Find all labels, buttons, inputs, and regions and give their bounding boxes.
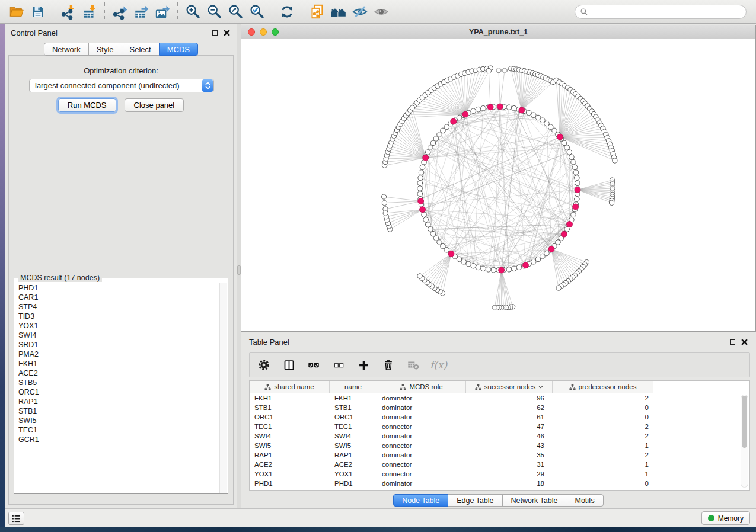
- zoom-fit-button[interactable]: [225, 2, 246, 22]
- table-cell[interactable]: 29: [466, 470, 553, 477]
- graph-node[interactable]: [382, 200, 387, 205]
- table-cell[interactable]: STB1: [250, 404, 330, 411]
- table-scrollbar[interactable]: [741, 395, 748, 488]
- tab-mcds[interactable]: MCDS: [159, 43, 198, 56]
- mcds-result-item[interactable]: PHD1: [15, 283, 219, 293]
- graph-node[interactable]: [420, 165, 425, 170]
- minimize-window-icon[interactable]: [260, 28, 267, 36]
- table-scrollbar-thumb[interactable]: [742, 396, 747, 448]
- table-cell[interactable]: 47: [466, 423, 553, 430]
- graph-node[interactable]: [527, 110, 532, 116]
- table-row[interactable]: YOX1YOX1connector291: [250, 469, 749, 479]
- graph-node[interactable]: [466, 261, 471, 267]
- column-header-MCDS-role[interactable]: MCDS role: [377, 381, 466, 393]
- tab-edge-table[interactable]: Edge Table: [448, 494, 502, 507]
- network-titlebar[interactable]: YPA_prune.txt_1: [241, 25, 755, 39]
- table-options-button[interactable]: [256, 356, 272, 374]
- mcds-result-item[interactable]: STP4: [15, 302, 219, 312]
- table-cell[interactable]: SWI5: [250, 442, 330, 449]
- table-cell[interactable]: 0: [553, 404, 653, 411]
- table-cell[interactable]: 62: [466, 404, 553, 411]
- save-session-button[interactable]: [27, 2, 49, 22]
- graph-node[interactable]: [564, 227, 570, 232]
- run-mcds-button[interactable]: Run MCDS: [58, 98, 116, 112]
- tab-node-table[interactable]: Node Table: [393, 494, 448, 507]
- graph-node[interactable]: [567, 150, 572, 155]
- mcds-result-item[interactable]: SRD1: [15, 340, 219, 350]
- table-cell[interactable]: 18: [466, 480, 553, 487]
- mcds-result-item[interactable]: SWI5: [15, 416, 219, 425]
- graph-node[interactable]: [418, 175, 423, 181]
- table-cell[interactable]: STB1: [330, 404, 377, 411]
- graph-node[interactable]: [419, 170, 424, 175]
- table-cell[interactable]: PHD1: [250, 480, 330, 487]
- graph-node[interactable]: [383, 211, 388, 216]
- refresh-layout-button[interactable]: [276, 2, 298, 22]
- table-cell[interactable]: connector: [377, 442, 466, 449]
- mcds-result-item[interactable]: RAP1: [15, 397, 219, 406]
- table-cell[interactable]: dominator: [377, 432, 466, 440]
- table-cell[interactable]: dominator: [377, 414, 466, 421]
- create-column-button[interactable]: [355, 356, 372, 374]
- graph-node[interactable]: [417, 186, 423, 191]
- select-all-button[interactable]: [305, 356, 322, 374]
- table-row[interactable]: FKH1FKH1dominator962: [250, 393, 749, 403]
- column-header-predecessor-nodes[interactable]: predecessor nodes: [553, 381, 653, 393]
- graph-node[interactable]: [556, 286, 561, 290]
- table-row[interactable]: PHD1PHD1dominator180: [250, 479, 749, 488]
- table-cell[interactable]: 46: [466, 432, 553, 440]
- graph-node[interactable]: [531, 113, 537, 118]
- mcds-result-item[interactable]: TID3: [15, 312, 219, 321]
- graph-node[interactable]: [516, 265, 522, 270]
- graph-dominator-node[interactable]: [567, 221, 573, 227]
- delete-columns-button[interactable]: [380, 356, 397, 374]
- table-cell[interactable]: ORC1: [330, 414, 377, 421]
- graph-node[interactable]: [535, 257, 541, 262]
- table-cell[interactable]: RAP1: [330, 451, 377, 459]
- graph-node[interactable]: [381, 194, 386, 199]
- column-header-successor-nodes[interactable]: successor nodes: [466, 381, 553, 393]
- graph-node[interactable]: [506, 105, 512, 110]
- graph-node[interactable]: [476, 265, 481, 270]
- graph-dominator-node[interactable]: [462, 111, 468, 117]
- graph-node[interactable]: [531, 259, 537, 264]
- mcds-result-item[interactable]: GCR1: [15, 435, 219, 444]
- graph-node[interactable]: [425, 222, 430, 227]
- table-row[interactable]: ACE2ACE2connector311: [250, 460, 749, 469]
- graph-node[interactable]: [430, 231, 436, 236]
- mcds-result-item[interactable]: TEC1: [15, 425, 219, 435]
- graph-node[interactable]: [422, 212, 427, 217]
- graph-dominator-node[interactable]: [420, 207, 426, 213]
- graph-node[interactable]: [428, 227, 433, 232]
- graph-node[interactable]: [461, 259, 467, 264]
- graph-node[interactable]: [471, 108, 476, 114]
- unselect-all-button[interactable]: [330, 356, 347, 374]
- table-cell[interactable]: 2: [553, 395, 653, 402]
- graph-node[interactable]: [609, 200, 614, 205]
- table-cell[interactable]: dominator: [377, 395, 466, 402]
- table-cell[interactable]: dominator: [377, 404, 466, 411]
- table-cell[interactable]: connector: [377, 423, 466, 430]
- table-cell[interactable]: 1: [553, 442, 653, 449]
- table-cell[interactable]: 1: [553, 470, 653, 477]
- graph-node[interactable]: [486, 68, 491, 73]
- first-neighbors-button[interactable]: [328, 2, 349, 22]
- criterion-select[interactable]: largest connected component (undirected): [29, 79, 214, 92]
- table-cell[interactable]: dominator: [377, 451, 466, 459]
- graph-dominator-node[interactable]: [423, 155, 429, 161]
- table-cell[interactable]: TEC1: [330, 423, 377, 430]
- graph-node[interactable]: [417, 181, 423, 186]
- graph-node[interactable]: [569, 155, 575, 160]
- table-cell[interactable]: 0: [553, 480, 653, 487]
- mcds-result-item[interactable]: SWI4: [15, 331, 219, 340]
- graph-node[interactable]: [572, 165, 578, 170]
- table-cell[interactable]: dominator: [377, 480, 466, 487]
- zoom-in-button[interactable]: [182, 2, 203, 22]
- table-cell[interactable]: PHD1: [330, 480, 377, 487]
- mcds-result-item[interactable]: CAR1: [15, 293, 219, 302]
- graph-node[interactable]: [410, 105, 414, 110]
- mcds-result-item[interactable]: STB1: [15, 406, 219, 416]
- mcds-result-item[interactable]: FKH1: [15, 359, 219, 368]
- graph-node[interactable]: [573, 170, 579, 175]
- graph-node[interactable]: [496, 68, 501, 73]
